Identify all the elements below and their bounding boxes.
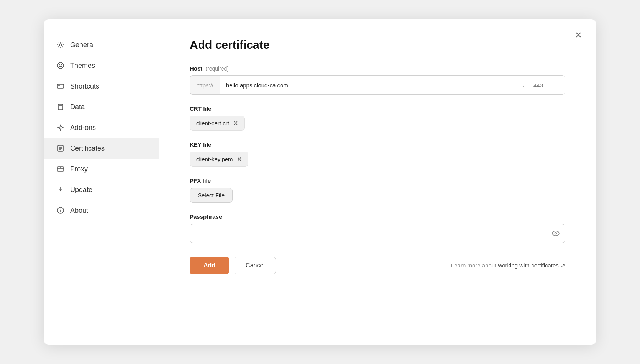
- sidebar-item-shortcuts-label: Shortcuts: [70, 82, 99, 90]
- download-icon: [56, 185, 65, 194]
- sidebar-item-addons-label: Add-ons: [70, 124, 96, 132]
- sidebar-item-shortcuts[interactable]: Shortcuts: [44, 76, 159, 97]
- modal: General Themes: [44, 19, 596, 345]
- crt-filename: client-cert.crt: [196, 120, 229, 126]
- passphrase-label: Passphrase: [190, 213, 565, 220]
- crt-remove-button[interactable]: ✕: [233, 120, 238, 126]
- sidebar-item-themes-label: Themes: [70, 62, 95, 70]
- crt-file-tag: client-cert.crt ✕: [190, 116, 245, 131]
- action-row: Add Cancel Learn more about working with…: [190, 257, 565, 274]
- sidebar-item-update[interactable]: Update: [44, 179, 159, 200]
- sidebar-item-about-label: About: [70, 207, 88, 215]
- sidebar-item-proxy-label: Proxy: [70, 165, 88, 173]
- svg-point-26: [552, 231, 559, 236]
- svg-point-2: [59, 64, 60, 65]
- sidebar-item-general[interactable]: General: [44, 34, 159, 55]
- port-input[interactable]: [527, 75, 565, 95]
- host-row: https:// :: [190, 75, 565, 95]
- add-button[interactable]: Add: [190, 257, 229, 274]
- sidebar-item-about[interactable]: About: [44, 200, 159, 221]
- svg-point-25: [60, 209, 61, 210]
- sidebar: General Themes: [44, 19, 159, 345]
- pfx-field-group: PFX file Select File: [190, 177, 565, 203]
- gear-icon: [56, 41, 65, 49]
- host-prefix: https://: [190, 75, 220, 95]
- sparkle-icon: [56, 123, 65, 132]
- key-field-group: KEY file client-key.pem ✕: [190, 141, 565, 167]
- data-icon: [56, 103, 65, 111]
- crt-field-group: CRT file client-cert.crt ✕: [190, 105, 565, 131]
- keyboard-icon: [56, 82, 65, 90]
- sidebar-item-proxy[interactable]: Proxy: [44, 159, 159, 179]
- close-button[interactable]: ✕: [571, 28, 585, 42]
- info-icon: [56, 206, 65, 215]
- sidebar-item-data-label: Data: [70, 103, 85, 111]
- svg-point-1: [57, 62, 64, 69]
- sidebar-item-addons[interactable]: Add-ons: [44, 117, 159, 138]
- palette-icon: [56, 61, 65, 70]
- svg-point-27: [555, 233, 557, 234]
- learn-more: Learn more about working with certificat…: [451, 262, 565, 269]
- pfx-select-button[interactable]: Select File: [190, 188, 233, 203]
- key-remove-button[interactable]: ✕: [237, 156, 242, 162]
- pfx-label: PFX file: [190, 177, 565, 184]
- main-content: ✕ Add certificate Host (required) https:…: [159, 19, 596, 345]
- svg-point-3: [61, 64, 62, 65]
- passphrase-field-group: Passphrase: [190, 213, 565, 243]
- svg-rect-5: [57, 84, 64, 88]
- host-field-group: Host (required) https:// :: [190, 65, 565, 95]
- passphrase-toggle-button[interactable]: [551, 229, 560, 238]
- sidebar-item-data[interactable]: Data: [44, 97, 159, 117]
- host-input[interactable]: [220, 75, 521, 95]
- page-title: Add certificate: [190, 38, 565, 51]
- sidebar-item-certificates[interactable]: Certificates: [44, 138, 159, 159]
- certificates-icon: [56, 144, 65, 152]
- sidebar-item-themes[interactable]: Themes: [44, 55, 159, 76]
- key-filename: client-key.pem: [196, 156, 233, 162]
- sidebar-item-update-label: Update: [70, 186, 92, 194]
- passphrase-input[interactable]: [190, 224, 565, 243]
- host-colon: :: [521, 75, 527, 95]
- sidebar-item-certificates-label: Certificates: [70, 144, 105, 152]
- key-label: KEY file: [190, 141, 565, 148]
- svg-point-0: [59, 44, 62, 46]
- cancel-button[interactable]: Cancel: [235, 257, 276, 274]
- key-file-tag: client-key.pem ✕: [190, 152, 248, 167]
- passphrase-wrapper: [190, 224, 565, 243]
- proxy-icon: [56, 165, 65, 173]
- host-label: Host (required): [190, 65, 565, 72]
- crt-label: CRT file: [190, 105, 565, 112]
- learn-more-link[interactable]: working with certificates ↗: [498, 262, 565, 269]
- sidebar-item-general-label: General: [70, 41, 95, 49]
